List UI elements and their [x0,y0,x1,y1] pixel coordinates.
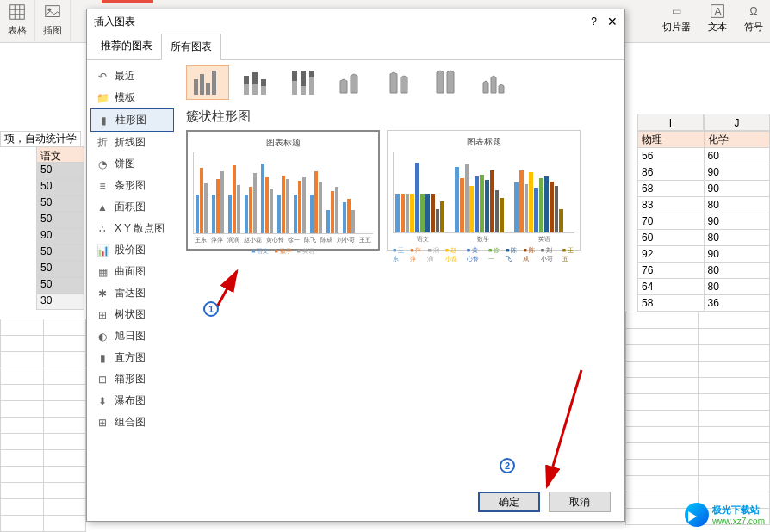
empty-cell[interactable] [43,368,86,385]
sidebar-item-13[interactable]: ▮直方图 [90,347,174,368]
empty-cell[interactable] [698,411,770,427]
ribbon-group-illustration[interactable]: 插图 [35,0,71,41]
table-cell[interactable]: 36 [704,295,770,312]
empty-cell[interactable] [626,312,699,329]
table-header[interactable]: 物理 [638,132,705,148]
empty-cell[interactable] [1,319,44,336]
empty-cell[interactable] [43,418,86,434]
table-cell[interactable]: 70 [638,213,705,230]
empty-cell[interactable] [698,476,770,492]
subtype-clustered-column[interactable] [186,65,229,100]
sidebar-item-11[interactable]: ⊞树状图 [90,304,174,325]
table-cell[interactable]: 83 [638,197,705,213]
empty-cell[interactable] [1,418,44,434]
sidebar-item-6[interactable]: ▲面积图 [90,196,174,218]
subtype-3d-100stacked[interactable] [427,65,470,100]
empty-cell[interactable] [43,336,86,352]
empty-cell[interactable] [1,336,44,352]
empty-cell[interactable] [1,467,44,483]
table-cell[interactable]: 60 [638,230,705,246]
empty-cell[interactable] [626,476,699,492]
subtype-3d-clustered[interactable] [331,65,374,100]
left-cell[interactable]: 50 [36,195,84,212]
table-cell[interactable]: 58 [638,295,705,312]
empty-cell[interactable] [698,378,770,394]
empty-cell[interactable] [43,450,86,467]
subtype-3d-column[interactable] [475,65,519,100]
left-cell[interactable]: 50 [36,244,84,261]
subtype-100-stacked[interactable] [283,65,326,100]
col-header-i[interactable]: I [637,114,704,131]
tab-recommended[interactable]: 推荐的图表 [92,34,161,59]
left-cell[interactable]: 50 [36,179,84,195]
empty-cell[interactable] [626,394,699,411]
table-cell[interactable]: 90 [704,181,770,197]
sidebar-item-12[interactable]: ◐旭日图 [90,325,174,347]
sidebar-item-15[interactable]: ⬍瀑布图 [90,390,174,411]
empty-cell[interactable] [698,312,770,329]
table-cell[interactable]: 60 [704,148,770,164]
left-cell[interactable]: 50 [36,212,84,228]
empty-cell[interactable] [1,401,44,418]
empty-cell[interactable] [1,352,44,368]
left-cell[interactable]: 30 [36,294,84,310]
empty-cell[interactable] [1,483,44,499]
table-cell[interactable]: 86 [638,164,705,181]
empty-cell[interactable] [43,499,86,516]
table-cell[interactable]: 80 [704,279,770,295]
empty-cell[interactable] [1,385,44,401]
empty-cell[interactable] [698,394,770,411]
empty-cell[interactable] [626,362,699,378]
table-cell[interactable]: 80 [704,197,770,213]
table-cell[interactable]: 56 [638,148,705,164]
empty-cell[interactable] [698,329,770,345]
ribbon-slicer[interactable]: ▭切片器 [662,2,691,34]
sidebar-item-1[interactable]: 📁模板 [90,87,174,108]
cancel-button[interactable]: 取消 [549,492,611,512]
empty-cell[interactable] [1,516,44,532]
empty-cell[interactable] [698,362,770,378]
table-cell[interactable]: 90 [704,246,770,263]
help-icon[interactable]: ? [591,15,597,28]
empty-cell[interactable] [1,368,44,385]
left-cell[interactable]: 50 [36,163,84,179]
sidebar-item-14[interactable]: ⊡箱形图 [90,368,174,390]
chart-preview-2[interactable]: 图表标题 语文数学英语 王东萍萍润润赵小磊黄心怜徐一陈飞陈成刘小哥王五 [387,130,581,251]
subtype-3d-stacked[interactable] [379,65,422,100]
chart-preview-1[interactable]: 图表标题 王东萍萍润润赵小磊黄心怜徐一陈飞陈成刘小哥王五 语文数学英语 [186,130,380,251]
empty-cell[interactable] [1,499,44,516]
sidebar-item-5[interactable]: ≡条形图 [90,175,174,196]
empty-cell[interactable] [626,329,699,345]
table-cell[interactable]: 90 [704,213,770,230]
empty-cell[interactable] [626,427,699,443]
sidebar-item-7[interactable]: ∴X Y 散点图 [90,218,174,239]
sidebar-item-8[interactable]: 📊股价图 [90,239,174,261]
empty-cell[interactable] [698,443,770,460]
sidebar-item-0[interactable]: ↶最近 [90,65,174,87]
table-cell[interactable]: 64 [638,279,705,295]
tab-all-charts[interactable]: 所有图表 [161,34,221,60]
empty-cell[interactable] [43,516,86,532]
sidebar-item-4[interactable]: ◔饼图 [90,153,174,175]
empty-cell[interactable] [43,385,86,401]
empty-cell[interactable] [698,460,770,476]
empty-cell[interactable] [626,345,699,362]
empty-cell[interactable] [1,450,44,467]
empty-cell[interactable] [43,483,86,499]
sidebar-item-16[interactable]: ⊞组合图 [90,411,174,433]
table-cell[interactable]: 80 [704,230,770,246]
empty-cell[interactable] [626,443,699,460]
sidebar-item-10[interactable]: ✱雷达图 [90,282,174,304]
sidebar-item-2[interactable]: ▮柱形图 [90,108,174,132]
left-cell[interactable]: 50 [36,277,84,294]
left-cell[interactable]: 50 [36,261,84,277]
left-cell[interactable]: 90 [36,228,84,244]
empty-cell[interactable] [626,378,699,394]
empty-cell[interactable] [626,460,699,476]
empty-cell[interactable] [626,411,699,427]
ribbon-group-table[interactable]: 表格 [0,0,35,41]
table-cell[interactable]: 92 [638,246,705,263]
table-cell[interactable]: 80 [704,263,770,279]
ribbon-text[interactable]: A文本 [708,2,727,34]
ribbon-symbol[interactable]: Ω符号 [744,2,763,34]
